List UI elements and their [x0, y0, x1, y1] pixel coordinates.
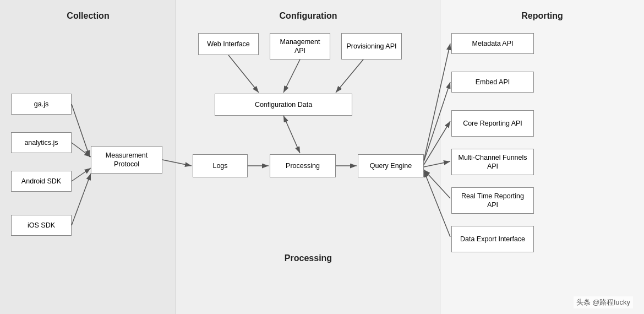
configuration-heading: Configuration [176, 4, 440, 21]
logs-box: Logs [193, 154, 248, 177]
ios-sdk-box: iOS SDK [11, 215, 72, 236]
watermark: 头条 @路程lucky [574, 296, 633, 308]
analyticsjs-box: analytics.js [11, 132, 72, 153]
collection-heading: Collection [0, 4, 176, 21]
gajs-box: ga.js [11, 94, 72, 115]
processing-box: Processing [270, 154, 336, 177]
realtime-reporting-box: Real Time Reporting API [451, 187, 534, 214]
query-engine-box: Query Engine [358, 154, 424, 177]
reporting-heading: Reporting [440, 4, 644, 21]
configuration-data-box: Configuration Data [215, 94, 352, 116]
android-sdk-box: Android SDK [11, 171, 72, 192]
management-api-box: Management API [270, 33, 330, 59]
metadata-api-box: Metadata API [451, 33, 534, 54]
multichannel-funnels-box: Multi-Channel Funnels API [451, 149, 534, 175]
core-reporting-api-box: Core Reporting API [451, 110, 534, 137]
embed-api-box: Embed API [451, 72, 534, 93]
processing-section-label: Processing [176, 253, 440, 263]
data-export-box: Data Export Interface [451, 226, 534, 252]
diagram: Collection Configuration Reporting ga.js… [0, 0, 644, 314]
measurement-protocol-box: Measurement Protocol [91, 146, 162, 174]
provisioning-api-box: Provisioning API [341, 33, 402, 59]
web-interface-box: Web Interface [198, 33, 259, 55]
